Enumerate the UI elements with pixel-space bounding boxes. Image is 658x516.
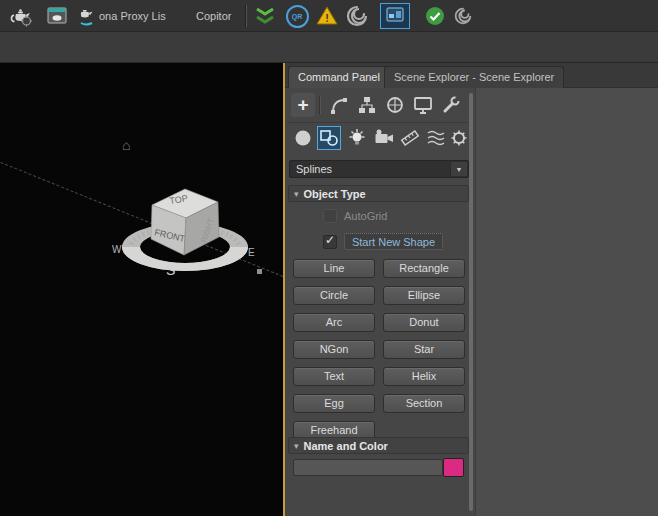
check-icon: ✓ bbox=[325, 233, 335, 247]
compass-east-label[interactable]: E bbox=[248, 247, 255, 258]
shape-button-section[interactable]: Section bbox=[383, 394, 465, 413]
lights-category[interactable] bbox=[345, 126, 369, 150]
check-circle-icon[interactable] bbox=[422, 4, 448, 28]
active-tool-icon[interactable] bbox=[380, 3, 410, 29]
rollout-title: Name and Color bbox=[304, 440, 388, 452]
geometry-category[interactable] bbox=[291, 126, 315, 150]
shape-button-helix[interactable]: Helix bbox=[383, 367, 465, 386]
shape-button-text[interactable]: Text bbox=[293, 367, 375, 386]
ruler-icon bbox=[399, 127, 421, 149]
dropdown-arrow-icon[interactable]: ▼ bbox=[450, 162, 467, 176]
shape-button-arc[interactable]: Arc bbox=[293, 313, 375, 332]
spacewarps-category[interactable] bbox=[424, 126, 448, 150]
viewcube[interactable]: TOP FRONT RIGHT W E S bbox=[104, 175, 266, 279]
panels-icon bbox=[383, 5, 407, 27]
modify-tab[interactable] bbox=[327, 93, 351, 117]
spline-type-value: Splines bbox=[296, 163, 332, 175]
shape-button-ngon[interactable]: NGon bbox=[293, 340, 375, 359]
sphere-icon bbox=[292, 127, 314, 149]
display-icon bbox=[412, 94, 434, 116]
teapot-settings-icon[interactable] bbox=[8, 4, 34, 28]
top-toolbar: ona Proxy Lis Copitor QR ! bbox=[0, 0, 658, 32]
plus-icon: + bbox=[297, 95, 308, 115]
corona-proxy-label[interactable]: ona Proxy Lis bbox=[99, 4, 167, 28]
shapes-icon bbox=[318, 127, 340, 149]
start-new-shape-button[interactable]: Start New Shape bbox=[344, 233, 443, 250]
qr-label: QR bbox=[292, 13, 303, 20]
display-tab[interactable] bbox=[411, 93, 435, 117]
shape-button-donut[interactable]: Donut bbox=[383, 313, 465, 332]
qr-icon[interactable]: QR bbox=[284, 4, 310, 28]
tab-scene-explorer[interactable]: Scene Explorer - Scene Explorer bbox=[384, 66, 564, 88]
svg-text:!: ! bbox=[325, 12, 329, 24]
shape-button-rectangle[interactable]: Rectangle bbox=[383, 259, 465, 278]
shape-button-egg[interactable]: Egg bbox=[293, 394, 375, 413]
rollout-title: Object Type bbox=[304, 188, 366, 200]
autogrid-row: AutoGrid bbox=[323, 209, 387, 223]
autogrid-label: AutoGrid bbox=[344, 210, 387, 222]
waves-icon bbox=[425, 127, 447, 149]
wrench-icon bbox=[440, 94, 462, 116]
start-new-shape-row: ✓ Start New Shape bbox=[323, 233, 443, 250]
shape-button-circle[interactable]: Circle bbox=[293, 286, 375, 305]
shape-button-ellipse[interactable]: Ellipse bbox=[383, 286, 465, 305]
shape-button-line[interactable]: Line bbox=[293, 259, 375, 278]
hierarchy-icon bbox=[356, 94, 378, 116]
rollout-arrow-icon: ▾ bbox=[294, 441, 299, 451]
home-icon[interactable]: ⌂ bbox=[122, 137, 130, 153]
viewport[interactable]: ⌂ TOP FRONT RIGHT W E S bbox=[0, 63, 285, 516]
warning-icon[interactable]: ! bbox=[314, 4, 340, 28]
start-new-shape-checkbox[interactable]: ✓ bbox=[323, 235, 337, 249]
toolbar-separator bbox=[245, 5, 247, 27]
modify-icon bbox=[328, 94, 350, 116]
create-tab[interactable]: + bbox=[291, 93, 315, 117]
right-dock: Command Panel Scene Explorer - Scene Exp… bbox=[285, 63, 658, 516]
motion-icon bbox=[384, 94, 406, 116]
compass-west-label[interactable]: W bbox=[112, 244, 122, 255]
compass-south-label[interactable]: S bbox=[166, 262, 175, 278]
rollout-arrow-icon: ▾ bbox=[294, 189, 299, 199]
autogrid-checkbox[interactable] bbox=[323, 209, 337, 223]
spline-type-dropdown[interactable]: Splines ▼ bbox=[289, 160, 469, 178]
rollout-object-type[interactable]: ▾ Object Type bbox=[288, 185, 469, 202]
light-icon bbox=[346, 127, 368, 149]
copitor-label[interactable]: Copitor bbox=[196, 4, 242, 28]
shape-name-input[interactable] bbox=[293, 459, 443, 476]
swirl-icon[interactable] bbox=[344, 4, 370, 28]
tab-command-panel[interactable]: Command Panel bbox=[288, 66, 390, 88]
shape-button-grid: LineRectangleCircleEllipseArcDonutNGonSt… bbox=[293, 259, 465, 440]
divider bbox=[287, 122, 469, 123]
hierarchy-tab[interactable] bbox=[355, 93, 379, 117]
shape-button-star[interactable]: Star bbox=[383, 340, 465, 359]
shapes-category[interactable] bbox=[317, 126, 341, 150]
dock-tab-bar: Command Panel Scene Explorer - Scene Exp… bbox=[285, 63, 658, 88]
utilities-tab[interactable] bbox=[439, 93, 463, 117]
systems-category[interactable] bbox=[447, 126, 471, 150]
divider bbox=[319, 96, 321, 114]
spiral-icon[interactable] bbox=[450, 4, 476, 28]
camera-icon bbox=[373, 127, 395, 149]
cameras-category[interactable] bbox=[372, 126, 396, 150]
object-color-swatch[interactable] bbox=[443, 458, 464, 477]
panel-scrollbar[interactable] bbox=[469, 93, 473, 511]
gear-icon bbox=[448, 127, 470, 149]
helpers-category[interactable] bbox=[398, 126, 422, 150]
proxy-teapot-icon[interactable] bbox=[74, 4, 100, 28]
green-chevrons-icon[interactable] bbox=[252, 4, 278, 28]
command-panel: + bbox=[285, 88, 475, 516]
motion-tab[interactable] bbox=[383, 93, 407, 117]
rollout-name-and-color[interactable]: ▾ Name and Color bbox=[288, 437, 469, 454]
scene-explorer-empty-area bbox=[475, 88, 658, 516]
secondary-toolbar: Rc 5 bbox=[0, 32, 658, 63]
render-window-icon[interactable] bbox=[44, 4, 70, 28]
